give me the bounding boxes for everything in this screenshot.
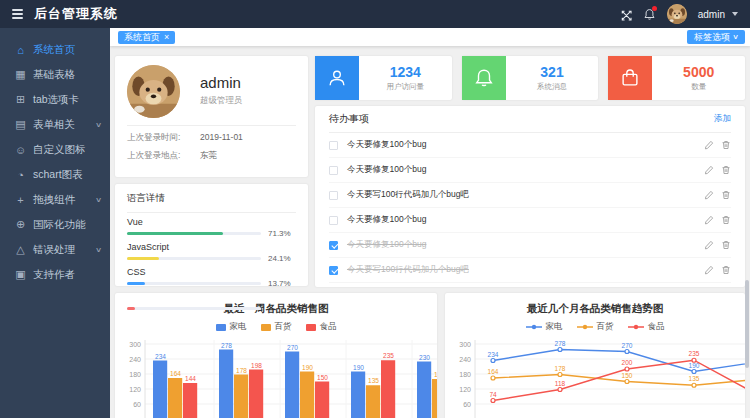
delete-icon[interactable] <box>721 165 731 175</box>
edit-icon[interactable] <box>704 265 714 275</box>
sidebar-item-label: schart图表 <box>33 168 83 182</box>
user-menu-caret-icon[interactable] <box>732 12 738 16</box>
charts-row: 最近一周各品类销售图 家电百货食品 6012018024030023416414… <box>115 293 745 418</box>
sidebar-item-custom[interactable]: ☺自定义图标 <box>0 137 110 162</box>
svg-text:164: 164 <box>170 370 181 377</box>
bell-icon[interactable] <box>643 8 656 21</box>
svg-text:240: 240 <box>129 356 141 363</box>
notification-badge <box>652 6 657 11</box>
sidebar-item-label: 表单相关 <box>33 118 75 132</box>
todo-add-link[interactable]: 添加 <box>714 113 731 125</box>
bar-chart-legend: 家电百货食品 <box>115 321 437 333</box>
sidebar-item-drag[interactable]: +拖拽组件∨ <box>0 187 110 212</box>
warning-icon: △ <box>13 243 28 256</box>
legend-item: 家电 <box>216 321 247 333</box>
svg-text:120: 120 <box>459 386 471 393</box>
sidebar-item-label: 错误处理 <box>33 243 75 257</box>
sidebar-item-i18n[interactable]: ⊕国际化功能 <box>0 212 110 237</box>
chart-icon: ◔ <box>13 169 28 181</box>
username[interactable]: admin <box>698 9 725 20</box>
svg-text:74: 74 <box>489 391 497 398</box>
stat-value: 321 <box>540 64 563 80</box>
checkbox-checked[interactable] <box>329 266 338 275</box>
progress-percent: 13.7% <box>268 279 296 288</box>
checkbox-unchecked[interactable] <box>329 141 338 150</box>
edit-icon[interactable] <box>704 240 714 250</box>
svg-text:135: 135 <box>368 377 379 384</box>
last-login-place-label: 上次登录地点: <box>127 150 200 162</box>
delete-icon[interactable] <box>721 240 731 250</box>
sidebar-item-home[interactable]: ⌂系统首页 <box>0 37 110 62</box>
delete-icon[interactable] <box>721 265 731 275</box>
edit-icon[interactable] <box>704 165 714 175</box>
legend-swatch <box>261 324 271 331</box>
sidebar-item-warning[interactable]: △错误处理∨ <box>0 237 110 262</box>
stat-card[interactable]: 5000数量 <box>608 56 745 100</box>
edit-icon[interactable] <box>704 215 714 225</box>
checkbox-unchecked[interactable] <box>329 191 338 200</box>
delete-icon[interactable] <box>721 140 731 150</box>
sidebar-item-chart[interactable]: ◔schart图表 <box>0 162 110 187</box>
sidebar-item-support[interactable]: ▣支持作者 <box>0 262 110 287</box>
language-row: CSS13.7% <box>127 267 296 288</box>
svg-text:60: 60 <box>463 401 471 408</box>
checkbox-unchecked[interactable] <box>329 166 338 175</box>
edit-icon[interactable] <box>704 140 714 150</box>
avatar[interactable] <box>667 4 687 24</box>
todo-card: 待办事项 添加 今天要修复100个bug今天要修复100个bug今天要写100行… <box>315 106 745 287</box>
stat-card[interactable]: 321系统消息 <box>462 56 599 100</box>
svg-text:198: 198 <box>251 362 262 369</box>
sidebar-item-label: 系统首页 <box>33 43 75 57</box>
language-card: 语言详情 Vue71.3%JavaScript24.1%CSS13.7%HTML… <box>115 184 308 286</box>
tab-home[interactable]: 系统首页 × <box>118 31 175 44</box>
legend-label: 百货 <box>597 321 614 333</box>
todo-text: 今天要修复100个bug <box>347 239 704 251</box>
language-card-title: 语言详情 <box>127 192 296 213</box>
stat-label: 用户访问量 <box>387 82 425 92</box>
tab-close-icon[interactable]: × <box>164 33 169 42</box>
legend-item: 百货 <box>577 321 614 333</box>
svg-text:190: 190 <box>353 364 364 371</box>
language-name: JavaScript <box>127 242 296 252</box>
todo-actions <box>704 240 731 250</box>
todo-text: 今天要修复100个bug <box>347 164 704 176</box>
svg-text:300: 300 <box>459 341 471 348</box>
legend-label: 家电 <box>230 321 247 333</box>
sidebar-item-table[interactable]: ▦基础表格 <box>0 62 110 87</box>
main-content: admin 超级管理员 上次登录时间: 2019-11-01 上次登录地点: 东… <box>110 46 750 418</box>
language-progress: 13.7% <box>127 279 296 288</box>
legend-item: 食品 <box>306 321 337 333</box>
svg-text:144: 144 <box>185 375 196 382</box>
home-icon: ⌂ <box>13 44 28 56</box>
todo-item: 今天要修复100个bug <box>329 133 731 158</box>
delete-icon[interactable] <box>721 190 731 200</box>
tag-options-label: 标签选项 <box>694 31 730 44</box>
tag-options-button[interactable]: 标签选项 ∨ <box>687 30 745 44</box>
svg-text:178: 178 <box>236 367 247 374</box>
svg-text:278: 278 <box>221 342 232 349</box>
scrollbar-thumb[interactable] <box>745 280 749 368</box>
legend-label: 食品 <box>648 321 665 333</box>
last-login-place-value: 东莞 <box>200 150 217 162</box>
legend-line-marker <box>577 323 593 331</box>
tabs-icon: ⊞ <box>13 93 28 106</box>
svg-text:235: 235 <box>383 352 394 359</box>
fullscreen-icon[interactable] <box>619 8 632 21</box>
sidebar-item-form[interactable]: ▤表单相关∨ <box>0 112 110 137</box>
checkbox-unchecked[interactable] <box>329 216 338 225</box>
todo-item: 今天要写100行代码加几个bug吧 <box>329 258 731 283</box>
sidebar-item-label: tab选项卡 <box>33 93 79 107</box>
stat-card[interactable]: 1234用户访问量 <box>315 56 452 100</box>
hamburger-menu-icon[interactable] <box>12 9 23 19</box>
custom-icon: ☺ <box>13 144 28 156</box>
legend-line-marker <box>628 323 644 331</box>
sidebar-item-label: 国际化功能 <box>33 218 86 232</box>
checkbox-checked[interactable] <box>329 241 338 250</box>
delete-icon[interactable] <box>721 215 731 225</box>
edit-icon[interactable] <box>704 190 714 200</box>
profile-avatar <box>127 65 180 118</box>
progress-fill <box>127 232 223 235</box>
language-name: Vue <box>127 217 296 227</box>
svg-text:234: 234 <box>155 353 166 360</box>
sidebar-item-tabs[interactable]: ⊞tab选项卡 <box>0 87 110 112</box>
